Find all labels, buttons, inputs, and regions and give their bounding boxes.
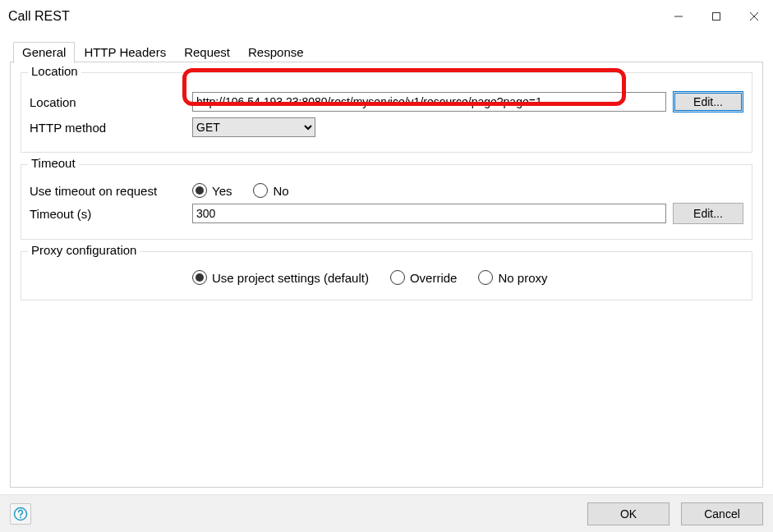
proxy-default-label: Use project settings (default) xyxy=(212,271,369,285)
use-timeout-yes-label: Yes xyxy=(212,184,232,198)
timeout-group: Timeout Use timeout on request Yes No Ti… xyxy=(21,164,752,240)
use-timeout-label: Use timeout on request xyxy=(30,184,186,198)
timeout-group-legend: Timeout xyxy=(28,156,79,170)
use-timeout-yes-radio[interactable] xyxy=(192,183,207,198)
titlebar: Call REST xyxy=(0,0,773,33)
dialog-content: General HTTP Headers Request Response Lo… xyxy=(0,33,773,494)
call-rest-dialog: Call REST General HTTP Headers Request R… xyxy=(0,0,773,532)
location-edit-button[interactable]: Edit... xyxy=(673,91,743,112)
svg-rect-1 xyxy=(713,13,720,21)
tab-http-headers[interactable]: HTTP Headers xyxy=(75,42,175,62)
window-title: Call REST xyxy=(8,9,70,24)
cancel-button[interactable]: Cancel xyxy=(681,502,763,525)
proxy-override-radio[interactable] xyxy=(390,270,405,285)
help-button[interactable] xyxy=(10,503,31,525)
close-icon xyxy=(748,11,760,22)
timeout-seconds-label: Timeout (s) xyxy=(30,207,186,221)
location-input[interactable] xyxy=(192,92,666,112)
proxy-noproxy-radio[interactable] xyxy=(478,270,493,285)
proxy-noproxy-label: No proxy xyxy=(498,271,547,285)
proxy-override[interactable]: Override xyxy=(390,270,458,285)
svg-point-5 xyxy=(20,516,21,518)
tab-request[interactable]: Request xyxy=(175,42,239,62)
location-group-legend: Location xyxy=(28,64,81,78)
proxy-default[interactable]: Use project settings (default) xyxy=(192,270,369,285)
http-method-label: HTTP method xyxy=(30,121,186,135)
use-timeout-no-label: No xyxy=(273,184,288,198)
use-timeout-no[interactable]: No xyxy=(253,183,288,198)
proxy-group: Proxy configuration Use project settings… xyxy=(21,251,752,300)
close-button[interactable] xyxy=(735,3,773,30)
location-group: Location Location Edit... HTTP method GE… xyxy=(21,72,752,153)
dialog-footer: OK Cancel xyxy=(0,494,773,532)
proxy-noproxy[interactable]: No proxy xyxy=(478,270,547,285)
location-label: Location xyxy=(30,95,186,109)
minimize-button[interactable] xyxy=(660,3,697,30)
tab-general-panel: Location Location Edit... HTTP method GE… xyxy=(10,62,763,488)
proxy-override-label: Override xyxy=(410,271,458,285)
tab-response[interactable]: Response xyxy=(239,42,313,62)
proxy-group-legend: Proxy configuration xyxy=(28,243,140,257)
timeout-edit-button[interactable]: Edit... xyxy=(673,203,743,224)
timeout-seconds-input[interactable] xyxy=(192,204,666,223)
use-timeout-yes[interactable]: Yes xyxy=(192,183,232,198)
tabstrip: General HTTP Headers Request Response xyxy=(10,41,763,62)
proxy-default-radio[interactable] xyxy=(192,270,207,285)
minimize-icon xyxy=(674,11,683,21)
use-timeout-no-radio[interactable] xyxy=(253,183,268,198)
maximize-icon xyxy=(711,11,721,21)
tab-general[interactable]: General xyxy=(13,42,75,63)
ok-button[interactable]: OK xyxy=(587,502,669,525)
help-icon xyxy=(13,507,28,521)
http-method-select[interactable]: GET xyxy=(192,117,315,137)
maximize-button[interactable] xyxy=(697,3,735,30)
